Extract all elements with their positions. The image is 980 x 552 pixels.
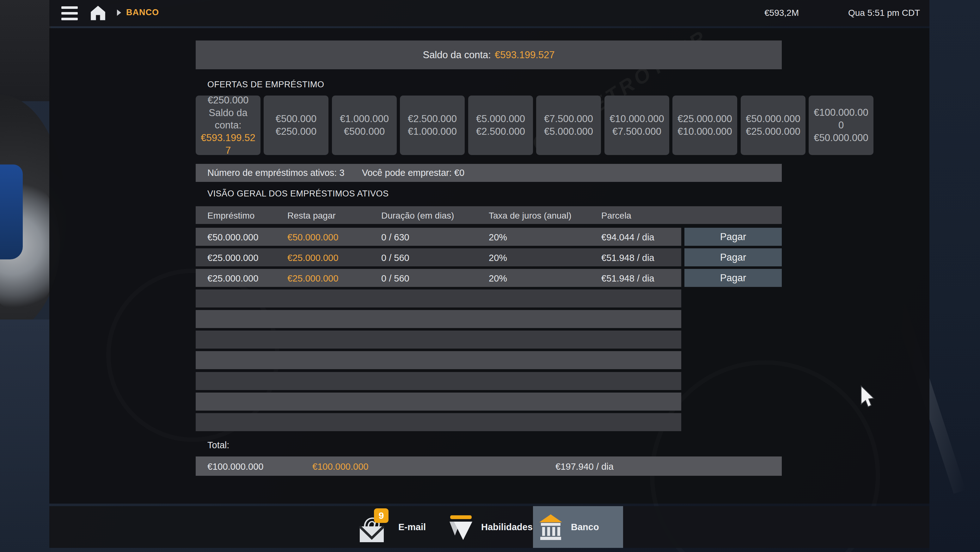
empty-table-row <box>196 413 681 431</box>
loan-offer-card[interactable]: €50.000.000 €25.000.000 <box>741 96 805 155</box>
player-balance: €593,2M <box>729 8 799 18</box>
offer-balance: €593.199.527 <box>199 132 257 156</box>
loan-rate: 20% <box>489 232 507 242</box>
loan-offer-card[interactable]: €10.000.000 €7.500.000 <box>605 96 669 155</box>
account-balance-value: €593.199.527 <box>495 49 555 61</box>
menu-icon[interactable] <box>61 6 78 20</box>
active-loans-count: Número de empréstimos ativos: 3 <box>207 168 345 178</box>
table-row: €50.000.000 €50.000.000 0 / 630 20% €94.… <box>196 228 681 246</box>
offer-amount: €250.000 <box>208 94 248 107</box>
loan-duration: 0 / 560 <box>381 253 409 263</box>
offer-amount: €2.500.000 <box>408 113 457 125</box>
offer-note: €7.500.000 <box>612 125 661 138</box>
empty-table-row <box>196 289 681 308</box>
offer-amount: €7.500.000 <box>544 113 593 125</box>
taskbar-label-skills: Habilidades <box>481 522 533 532</box>
truck-fender <box>0 0 51 101</box>
total-bar: €100.000.000 €100.000.000 €197.940 / dia <box>196 456 782 476</box>
loan-installment: €51.948 / dia <box>601 253 654 263</box>
offer-note: €500.000 <box>344 125 385 138</box>
mouse-cursor <box>861 385 877 413</box>
table-row: €25.000.000 €25.000.000 0 / 560 20% €51.… <box>196 269 681 287</box>
loan-offer-card[interactable]: €7.500.000 €5.000.000 <box>536 96 601 155</box>
col-header-duration: Duração (em dias) <box>381 211 454 221</box>
loan-duration: 0 / 560 <box>381 273 409 284</box>
top-bar: BANCO €593,2M Qua 5:51 pm CDT <box>49 0 929 26</box>
breadcrumb[interactable]: BANCO <box>126 8 159 18</box>
offer-note: €25.000.000 <box>746 125 800 138</box>
breadcrumb-arrow-icon <box>117 10 121 16</box>
loan-overview-title: VISÃO GERAL DOS EMPRÉSTIMOS ATIVOS <box>207 189 389 199</box>
total-loan: €100.000.000 <box>207 461 263 472</box>
home-icon[interactable] <box>90 5 106 22</box>
table-header: Empréstimo Resta pagar Duração (em dias)… <box>196 206 782 224</box>
total-remaining: €100.000.000 <box>312 461 368 472</box>
empty-table-row <box>196 330 681 349</box>
taskbar-item-bank[interactable]: Banco <box>538 506 599 548</box>
empty-table-row <box>196 310 681 328</box>
col-header-remaining: Resta pagar <box>287 211 336 221</box>
ground <box>0 319 51 552</box>
total-installment: €197.940 / dia <box>555 461 614 472</box>
truck-chassis-blue <box>0 164 23 259</box>
loan-offer-card[interactable]: €2.500.000 €1.000.000 <box>400 96 465 155</box>
taskbar-label-bank: Banco <box>571 522 599 532</box>
email-unread-badge: 9 <box>374 508 388 523</box>
pay-button[interactable]: Pagar <box>684 269 782 287</box>
taskbar-item-email[interactable]: @ 9 E-mail <box>359 506 426 548</box>
account-balance-bar: Saldo da conta: €593.199.527 <box>196 40 782 69</box>
loan-offer-card[interactable]: €25.000.000 €10.000.000 <box>672 96 737 155</box>
loan-rate: 20% <box>489 253 507 263</box>
total-label: Total: <box>207 440 229 450</box>
loan-amount: €50.000.000 <box>207 232 258 242</box>
offer-note: Saldo da conta: <box>199 107 257 132</box>
loan-offer-card[interactable]: €250.000 Saldo da conta: €593.199.527 <box>196 96 261 155</box>
offer-note: €10.000.000 <box>678 125 732 138</box>
offer-amount: €25.000.000 <box>678 113 732 125</box>
loan-installment: €51.948 / dia <box>601 273 654 284</box>
taskbar-label-email: E-mail <box>398 522 426 532</box>
offer-note: €5.000.000 <box>544 125 593 138</box>
offer-amount: €5.000.000 <box>476 113 525 125</box>
loan-offer-card[interactable]: €500.000 €250.000 <box>264 96 328 155</box>
loan-rate: 20% <box>489 273 507 284</box>
table-row: €25.000.000 €25.000.000 0 / 560 20% €51.… <box>196 248 681 266</box>
loan-remaining: €25.000.000 <box>287 273 338 284</box>
skills-icon <box>448 514 474 541</box>
offer-note: €2.500.000 <box>476 125 525 138</box>
loan-installment: €94.044 / dia <box>601 232 654 242</box>
offer-amount: €10.000.000 <box>609 113 664 125</box>
loan-offers-title: OFERTAS DE EMPRÉSTIMO <box>207 80 325 89</box>
col-header-rate: Taxa de juros (anual) <box>489 211 571 221</box>
offer-amount: €50.000.000 <box>746 113 800 125</box>
offer-amount: €500.000 <box>276 113 317 125</box>
empty-table-row <box>196 351 681 369</box>
taskbar: @ 9 E-mail Habilidades <box>49 506 929 548</box>
col-header-installment: Parcela <box>601 211 631 221</box>
loan-amount: €25.000.000 <box>207 253 258 263</box>
loan-offer-card[interactable]: €1.000.000 €500.000 <box>332 96 397 155</box>
pay-button[interactable]: Pagar <box>684 228 782 246</box>
bank-icon <box>538 514 563 541</box>
pay-button[interactable]: Pagar <box>684 248 782 266</box>
loan-offer-card[interactable]: €5.000.000 €2.500.000 <box>468 96 533 155</box>
account-balance-label: Saldo da conta: <box>423 49 491 61</box>
loan-remaining: €50.000.000 <box>287 232 338 242</box>
loan-offer-card[interactable]: €100.000.000 €50.000.000 <box>809 96 873 155</box>
col-header-loan: Empréstimo <box>207 211 255 221</box>
empty-table-row <box>196 392 681 411</box>
empty-table-row <box>196 372 681 390</box>
bank-screen: BANCO €593,2M Qua 5:51 pm CDT GLOBETROTT… <box>0 0 980 552</box>
loan-remaining: €25.000.000 <box>287 253 338 263</box>
can-borrow-amount: Você pode emprestar: €0 <box>362 168 465 178</box>
offer-note: €50.000.000 <box>814 132 868 144</box>
game-clock: Qua 5:51 pm CDT <box>848 8 921 18</box>
taskbar-item-skills[interactable]: Habilidades <box>448 506 533 548</box>
offer-amount: €1.000.000 <box>340 113 389 125</box>
offer-amount: €100.000.000 <box>813 106 870 131</box>
loan-duration: 0 / 630 <box>381 232 409 242</box>
active-loans-info-bar: Número de empréstimos ativos: 3 Você pod… <box>196 164 782 182</box>
offer-note: €1.000.000 <box>408 125 457 138</box>
bank-panel: GLOBETROTTER Saldo da conta: €593.199.52… <box>49 28 929 504</box>
loan-amount: €25.000.000 <box>207 273 258 284</box>
